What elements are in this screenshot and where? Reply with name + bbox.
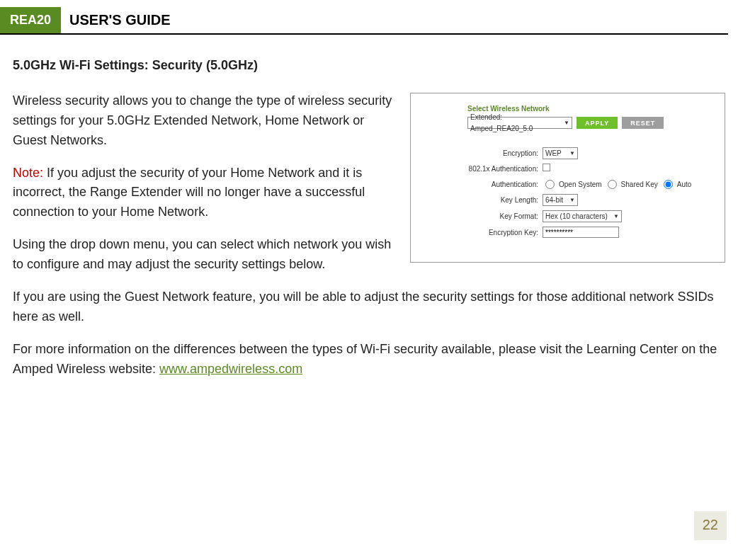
network-select[interactable]: Extended: Amped_REA20_5.0 ▼ [467, 117, 572, 129]
security-form: Encryption: WEP ▼ 802.1x Authentication:… [453, 147, 715, 238]
dot1x-checkbox[interactable] [543, 164, 550, 171]
enckey-label: Encryption Key: [453, 227, 538, 239]
paragraph-2: If you adjust the security of your Home … [13, 166, 365, 219]
auth-radio-open[interactable] [545, 180, 555, 189]
note-label: Note: [13, 166, 43, 180]
keyfmt-select[interactable]: Hex (10 characters) ▼ [543, 210, 622, 222]
keylen-value: 64-bit [545, 195, 563, 206]
chevron-down-icon: ▼ [564, 119, 569, 127]
auth-auto-label: Auto [677, 179, 692, 190]
auth-shared-label: Shared Key [621, 179, 658, 190]
auth-open-label: Open System [559, 179, 602, 190]
header-product-tab: REA20 [0, 7, 61, 33]
chevron-down-icon: ▼ [569, 196, 575, 205]
keylen-label: Key Length: [453, 195, 538, 206]
figure-top-row: Extended: Amped_REA20_5.0 ▼ APPLY RESET [467, 117, 715, 129]
dot1x-label: 802.1x Authentication: [453, 164, 538, 175]
auth-radio-auto[interactable] [664, 180, 673, 189]
chevron-down-icon: ▼ [569, 149, 575, 158]
auth-radio-shared[interactable] [608, 180, 617, 189]
authentication-label: Authentication: [453, 179, 538, 190]
apply-button[interactable]: APPLY [577, 117, 618, 129]
header-title: USER'S GUIDE [61, 7, 179, 33]
page-content: 5.0GHz Wi-Fi Settings: Security (5.0GHz)… [0, 35, 738, 392]
keyfmt-value: Hex (10 characters) [545, 211, 608, 222]
encryption-value: WEP [545, 148, 562, 159]
page-number: 22 [694, 511, 727, 540]
network-select-value: Extended: Amped_REA20_5.0 [470, 112, 564, 134]
reset-button[interactable]: RESET [622, 117, 664, 129]
paragraph-5a: For more information on the differences … [13, 342, 717, 376]
keylen-select[interactable]: 64-bit ▼ [543, 194, 578, 206]
page-header: REA20 USER'S GUIDE [0, 7, 728, 35]
authentication-radio-group: Open System Shared Key Auto [543, 179, 715, 190]
security-settings-figure: Select Wireless Network Extended: Amped_… [410, 93, 725, 263]
paragraph-4: If you are using the Guest Network featu… [13, 287, 725, 327]
keyfmt-label: Key Format: [453, 211, 538, 222]
enckey-input[interactable] [543, 227, 619, 238]
paragraph-5: For more information on the differences … [13, 340, 725, 379]
encryption-select[interactable]: WEP ▼ [543, 147, 578, 159]
chevron-down-icon: ▼ [613, 212, 619, 221]
encryption-label: Encryption: [453, 148, 538, 159]
section-heading: 5.0GHz Wi-Fi Settings: Security (5.0GHz) [13, 56, 725, 76]
amped-wireless-link[interactable]: www.ampedwireless.com [159, 362, 302, 376]
